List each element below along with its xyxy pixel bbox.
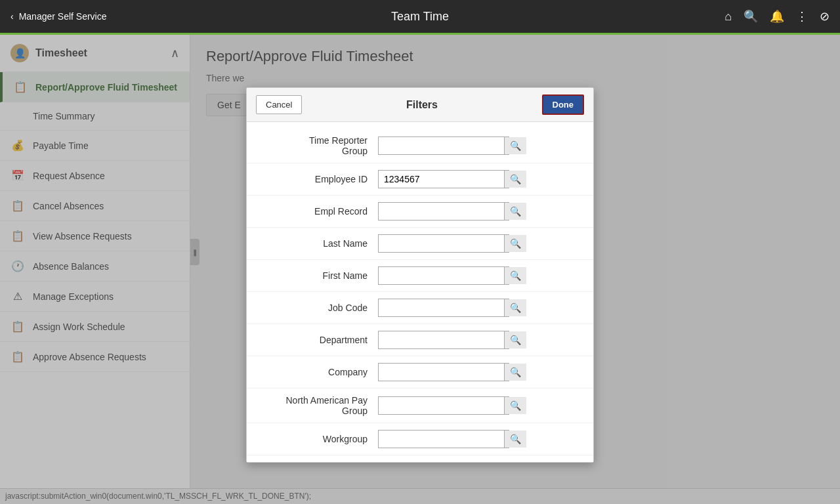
filter-row-workgroup: Workgroup 🔍 [247,423,593,455]
modal-title: Filters [302,99,541,111]
time-reporter-group-search-icon[interactable]: 🔍 [504,137,526,154]
filter-input-wrap-company: 🔍 [378,363,509,381]
filter-row-first-name: First Name 🔍 [247,260,593,292]
last-name-input[interactable] [379,235,504,252]
workgroup-input[interactable] [379,430,504,448]
filter-label-empl-record: Empl Record [260,206,378,217]
filter-label-north-american-pay-group: North American PayGroup [260,395,378,416]
filter-input-wrap-employee-id: 🔍 [378,170,509,188]
filter-label-department: Department [260,335,378,345]
empl-record-input[interactable] [379,203,504,220]
back-button[interactable]: ‹ Manager Self Service [10,11,107,22]
filter-input-wrap-last-name: 🔍 [378,234,509,253]
filter-input-wrap-job-code: 🔍 [378,299,509,317]
filters-modal: Cancel Filters Done Time ReporterGroup 🔍 [246,87,594,463]
filter-label-first-name: First Name [260,270,378,281]
cancel-button[interactable]: Cancel [256,95,302,114]
home-icon[interactable]: ⌂ [724,10,732,22]
filter-input-wrap-empl-record: 🔍 [378,202,509,220]
job-code-input[interactable] [379,299,504,316]
job-code-search-icon[interactable]: 🔍 [504,299,526,316]
app-title: Team Time [391,10,449,24]
filter-input-wrap-time-reporter-group: 🔍 [378,136,509,155]
last-name-search-icon[interactable]: 🔍 [504,235,526,252]
filter-label-workgroup: Workgroup [260,434,378,444]
main-content: Report/Approve Fluid Timesheet There we … [190,35,840,504]
filter-row-department: Department 🔍 [247,324,593,356]
workgroup-search-icon[interactable]: 🔍 [504,430,526,448]
north-american-pay-group-input[interactable] [379,397,504,414]
employee-id-input[interactable] [379,171,504,188]
modal-overlay: Cancel Filters Done Time ReporterGroup 🔍 [190,35,840,504]
top-bar-actions: ⌂ 🔍 🔔 ⋮ ⊘ [724,10,830,22]
forbidden-icon[interactable]: ⊘ [820,10,830,22]
notifications-icon[interactable]: 🔔 [770,10,784,22]
filter-label-company: Company [260,367,378,377]
filter-label-job-code: Job Code [260,303,378,313]
filter-row-employee-id: Employee ID 🔍 [247,163,593,196]
modal-header: Cancel Filters Done [247,88,593,122]
filter-input-wrap-workgroup: 🔍 [378,430,509,448]
filter-row-company: Company 🔍 [247,356,593,388]
filter-row-last-name: Last Name 🔍 [247,228,593,260]
layout: 👤 Timesheet ∧ 📋 Report/Approve Fluid Tim… [0,35,840,504]
filter-row-empl-record: Empl Record 🔍 [247,196,593,228]
top-bar: ‹ Manager Self Service Team Time ⌂ 🔍 🔔 ⋮… [0,0,840,33]
filter-input-wrap-department: 🔍 [378,331,509,349]
first-name-search-icon[interactable]: 🔍 [504,267,526,284]
filter-row-job-code: Job Code 🔍 [247,292,593,324]
filter-label-employee-id: Employee ID [260,174,378,184]
filter-label-time-reporter-group: Time ReporterGroup [260,135,378,156]
search-icon[interactable]: 🔍 [744,10,758,22]
company-search-icon[interactable]: 🔍 [504,364,526,381]
back-chevron-icon: ‹ [10,11,14,22]
filter-input-wrap-north-american-pay-group: 🔍 [378,396,509,415]
north-american-pay-group-search-icon[interactable]: 🔍 [504,397,526,414]
filter-label-last-name: Last Name [260,238,378,249]
empl-record-search-icon[interactable]: 🔍 [504,203,526,220]
company-input[interactable] [379,364,504,381]
filter-input-wrap-first-name: 🔍 [378,266,509,285]
filter-row-time-reporter-group: Time ReporterGroup 🔍 [247,129,593,163]
modal-body: Time ReporterGroup 🔍 Employee ID 🔍 [247,122,593,462]
filter-row-north-american-pay-group: North American PayGroup 🔍 [247,388,593,423]
department-search-icon[interactable]: 🔍 [504,331,526,348]
done-button[interactable]: Done [542,94,585,115]
back-label: Manager Self Service [19,11,107,22]
department-input[interactable] [379,331,504,348]
time-reporter-group-input[interactable] [379,137,504,154]
employee-id-search-icon[interactable]: 🔍 [504,171,526,188]
first-name-input[interactable] [379,267,504,284]
more-options-icon[interactable]: ⋮ [796,10,808,22]
